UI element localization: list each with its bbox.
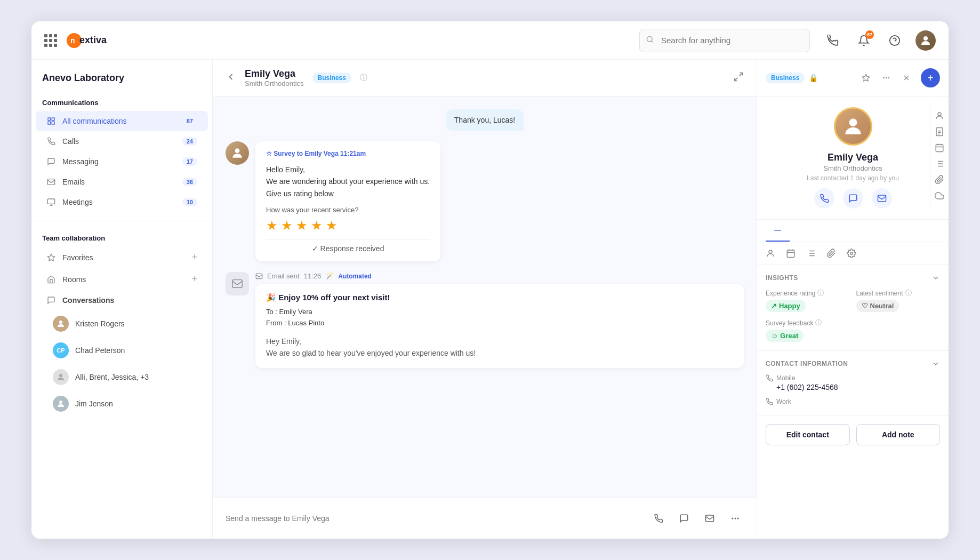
edit-contact-button[interactable]: Edit contact [766, 424, 850, 445]
close-panel-button[interactable] [898, 70, 914, 86]
emails-icon [46, 177, 56, 187]
lock-icon: 🔒 [809, 74, 818, 82]
insights-header[interactable]: INSIGHTS [766, 274, 940, 282]
person-panel-icon[interactable] [766, 249, 775, 258]
svg-text:extiva: extiva [79, 35, 107, 45]
panel-add-button[interactable]: + [921, 68, 940, 87]
svg-point-5 [923, 36, 928, 41]
phone-icon-button[interactable] [823, 30, 843, 51]
survey-to-label: Survey to [274, 150, 303, 157]
svg-rect-43 [936, 145, 943, 152]
contact-photo [834, 107, 872, 146]
survey-feedback-label: Survey feedback ⓘ [766, 318, 940, 327]
more-options-button[interactable] [727, 510, 744, 527]
list-panel-icon[interactable] [806, 249, 816, 258]
svg-rect-28 [878, 195, 886, 202]
contact-info-rows: Mobile +1 (602) 225-4568 Work [766, 374, 940, 406]
sidebar-item-favorites[interactable]: Favorites + [36, 246, 208, 268]
right-cloud-icon[interactable] [935, 191, 944, 201]
sidebar-item-meetings[interactable]: Meetings 10 [36, 192, 208, 212]
calendar-panel-icon[interactable] [786, 249, 796, 258]
calls-badge: 24 [182, 137, 197, 146]
right-calendar-icon[interactable] [935, 143, 944, 153]
attachment-panel-icon[interactable] [826, 249, 836, 258]
tab-details[interactable]: — [766, 220, 790, 242]
right-doc-icon[interactable] [935, 127, 944, 137]
calls-icon [46, 137, 56, 146]
back-button[interactable] [226, 71, 236, 85]
contact-email-btn[interactable] [872, 188, 892, 209]
panel-business-badge: Business [766, 73, 805, 83]
mobile-label: Mobile [766, 374, 940, 382]
chat-contact-name: Emily Vega [245, 68, 304, 79]
email-footer-button[interactable] [701, 510, 718, 527]
messaging-icon [46, 157, 56, 166]
survey-line2: Give us rating below [266, 188, 430, 199]
help-button[interactable] [885, 30, 905, 51]
experience-rating-badge: ↗ Happy [766, 300, 806, 312]
sidebar-item-all-communications[interactable]: All communications 87 [36, 111, 208, 131]
right-list-icon[interactable] [935, 159, 944, 169]
chat-messages: Thank you, Lucas! ☆ Survey to Emily Vega… [213, 97, 757, 498]
search-input[interactable] [639, 29, 810, 52]
chat-area: Emily Vega Smith Orthodontics Business ⓘ… [213, 60, 757, 539]
automated-badge: Automated [338, 273, 372, 280]
email-subject: 🎉 Enjoy 10% off your next visit! [266, 293, 733, 302]
svg-point-14 [59, 374, 62, 377]
conv-alli[interactable]: Alli, Brent, Jessica, +3 [36, 364, 208, 390]
search-icon [646, 35, 654, 46]
alli-avatar [53, 369, 69, 385]
sidebar-item-calls[interactable]: Calls 24 [36, 131, 208, 151]
outgoing-message: Thank you, Lucas! [446, 109, 524, 131]
favorites-icon [46, 253, 56, 262]
email-from: Lucas Pinto [288, 319, 324, 327]
latest-sentiment-item: Latest sentiment ⓘ ♡ Neutral [856, 289, 941, 312]
contact-call-btn[interactable] [814, 188, 834, 209]
experience-rating-label: Experience rating ⓘ [766, 289, 850, 298]
search-bar [639, 29, 810, 52]
star-rating: ★ ★ ★ ★ ★ [266, 218, 430, 233]
svg-point-16 [235, 148, 240, 153]
star-button[interactable] [858, 70, 874, 86]
info-icon[interactable]: ⓘ [360, 73, 367, 83]
email-event: Email sent 11:26 🪄 Automated 🎉 Enjoy 10%… [226, 272, 744, 367]
collapse-panel-button[interactable] [733, 71, 744, 85]
sidebar-item-emails[interactable]: Emails 36 [36, 172, 208, 192]
chat-input[interactable] [226, 507, 641, 530]
rooms-icon [46, 275, 56, 284]
svg-rect-30 [787, 250, 794, 258]
conversations-label: Conversations [62, 296, 114, 305]
svg-point-25 [886, 77, 887, 79]
settings-panel-icon[interactable] [847, 249, 856, 258]
contact-msg-btn[interactable] [843, 188, 863, 209]
sidebar-item-conversations-header[interactable]: Conversations [36, 290, 208, 310]
emails-badge: 36 [182, 178, 197, 186]
sidebar-item-rooms[interactable]: Rooms + [36, 268, 208, 290]
conv-chad[interactable]: CP Chad Peterson [36, 337, 208, 364]
user-avatar[interactable] [915, 30, 936, 51]
more-panel-button[interactable] [878, 70, 894, 86]
contact-info-header[interactable]: CONTACT INFORMATION [766, 359, 940, 368]
right-panel: Business 🔒 [757, 60, 949, 539]
svg-point-38 [938, 113, 941, 116]
rooms-add-btn[interactable]: + [191, 274, 197, 285]
panel-tabs: — [757, 220, 949, 242]
right-clip-icon[interactable] [935, 175, 944, 185]
insights-section: INSIGHTS Experience rating ⓘ ↗ Happy [757, 265, 949, 351]
sidebar-item-messaging[interactable]: Messaging 17 [36, 151, 208, 172]
favorites-add-btn[interactable]: + [191, 252, 197, 263]
survey-feedback-item: Survey feedback ⓘ ☺ Great [766, 318, 940, 342]
survey-question: How was your recent service? [266, 206, 430, 214]
notifications-button[interactable]: 87 [854, 30, 874, 51]
right-person-icon[interactable] [935, 111, 944, 121]
add-note-button[interactable]: Add note [856, 424, 941, 445]
grid-menu-icon[interactable] [44, 34, 57, 47]
conv-kristen[interactable]: Kristen Rogers [36, 310, 208, 337]
call-footer-button[interactable] [650, 510, 667, 527]
conv-jim[interactable]: Jim Jenson [36, 390, 208, 417]
svg-rect-6 [48, 118, 51, 121]
email-to-from: To : Emily Vera From : Lucas Pinto [266, 307, 733, 329]
chat-footer [213, 498, 757, 539]
chat-footer-msg-button[interactable] [676, 510, 693, 527]
meetings-label: Meetings [62, 198, 93, 206]
